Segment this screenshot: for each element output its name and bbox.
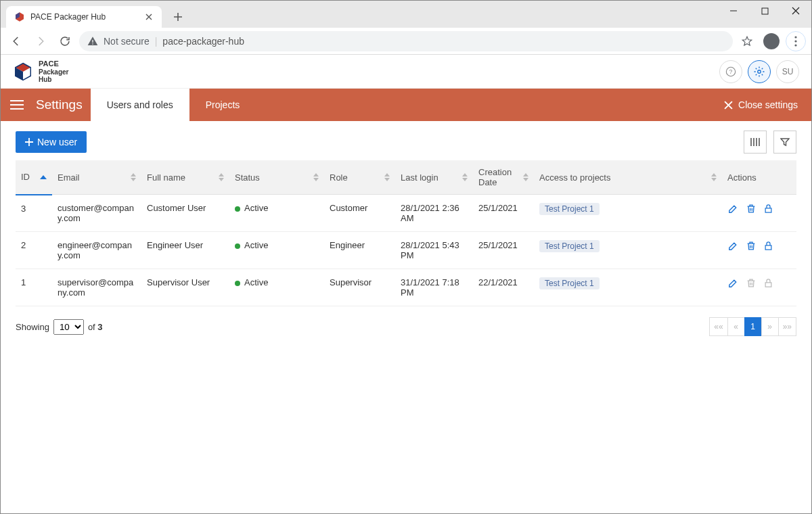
- brand-line3: Hub: [39, 76, 68, 83]
- edit-icon[interactable]: [727, 240, 739, 252]
- filter-icon[interactable]: [773, 131, 796, 154]
- trash-icon: [746, 277, 757, 289]
- project-chip[interactable]: Test Project 1: [539, 203, 600, 215]
- col-access[interactable]: Access to projects: [534, 160, 722, 195]
- hamburger-icon[interactable]: [1, 89, 33, 121]
- columns-icon[interactable]: [744, 131, 767, 154]
- bookmark-star-icon[interactable]: [737, 31, 757, 51]
- status-dot-icon: [235, 281, 240, 286]
- cell-full-name: Supervisor User: [141, 269, 229, 306]
- settings-gear-icon[interactable]: [748, 60, 771, 83]
- page-size-select[interactable]: 10: [53, 319, 84, 335]
- brand: PACE Packager Hub: [13, 60, 68, 83]
- svg-point-6: [758, 70, 761, 73]
- maximize-button[interactable]: [749, 1, 780, 21]
- browser-menu-icon[interactable]: [786, 31, 806, 51]
- page-last-button[interactable]: »»: [778, 317, 796, 336]
- cell-email: customer@company.com: [52, 195, 141, 232]
- col-actions: Actions: [722, 160, 796, 195]
- tab-projects[interactable]: Projects: [189, 89, 256, 121]
- page-first-button[interactable]: ««: [709, 317, 727, 336]
- tab-close-icon[interactable]: [144, 12, 154, 22]
- cell-creation-date: 25/1/2021: [473, 232, 534, 269]
- titlebar: PACE Packager Hub: [1, 1, 811, 28]
- svg-point-3: [794, 44, 796, 46]
- settings-bar: Settings Users and roles Projects Close …: [1, 89, 811, 121]
- settings-tabs: Users and roles Projects: [91, 89, 256, 121]
- sort-icon: [219, 173, 224, 181]
- table-row: 2engineer@company.comEngineer UserActive…: [16, 232, 796, 269]
- sort-icon: [384, 173, 390, 181]
- tab-users-and-roles[interactable]: Users and roles: [91, 89, 189, 121]
- page-current-button[interactable]: 1: [744, 317, 762, 336]
- user-initials: SU: [782, 67, 794, 76]
- cell-id: 2: [16, 232, 52, 269]
- lock-icon[interactable]: [763, 203, 773, 214]
- col-creation-date[interactable]: Creation Date: [473, 160, 534, 195]
- user-avatar[interactable]: SU: [776, 60, 799, 83]
- svg-point-1: [794, 36, 796, 38]
- total-count: 3: [97, 322, 102, 332]
- brand-line1: PACE: [39, 60, 68, 68]
- warning-icon: [87, 36, 98, 47]
- col-id[interactable]: ID: [16, 160, 52, 195]
- browser-tab[interactable]: PACE Packager Hub: [6, 6, 162, 28]
- cell-role: Engineer: [324, 232, 395, 269]
- lock-icon: [763, 277, 773, 289]
- url-text: pace-packager-hub: [162, 36, 244, 47]
- edit-icon[interactable]: [727, 203, 739, 214]
- cell-creation-date: 22/1/2021: [473, 269, 534, 306]
- help-icon[interactable]: ?: [719, 60, 742, 83]
- col-role[interactable]: Role: [324, 160, 395, 195]
- cell-actions: [722, 269, 796, 306]
- window-close-button[interactable]: [780, 1, 811, 21]
- toolbar-right: [744, 131, 796, 154]
- col-status[interactable]: Status: [229, 160, 324, 195]
- page-next-button[interactable]: »: [761, 317, 779, 336]
- cell-access: Test Project 1: [534, 232, 722, 269]
- trash-icon[interactable]: [746, 203, 757, 214]
- minimize-button[interactable]: [718, 1, 749, 21]
- project-chip[interactable]: Test Project 1: [539, 240, 600, 252]
- cell-creation-date: 25/1/2021: [473, 195, 534, 232]
- lock-icon[interactable]: [763, 240, 773, 252]
- table-row: 1supervisor@company.comSupervisor UserAc…: [16, 269, 796, 306]
- reload-button[interactable]: [55, 31, 75, 51]
- col-full-name[interactable]: Full name: [141, 160, 229, 195]
- project-chip[interactable]: Test Project 1: [539, 277, 600, 289]
- window-controls: [718, 1, 811, 21]
- trash-icon[interactable]: [746, 240, 757, 252]
- sort-icon: [313, 173, 319, 181]
- cell-last-login: 28/1/2021 5:43 PM: [395, 232, 473, 269]
- cell-access: Test Project 1: [534, 269, 722, 306]
- profile-avatar-icon[interactable]: [761, 31, 782, 51]
- col-email[interactable]: Email: [52, 160, 141, 195]
- page-title: Settings: [33, 89, 91, 121]
- page-prev-button[interactable]: «: [727, 317, 745, 336]
- cell-email: engineer@company.com: [52, 232, 141, 269]
- brand-text: PACE Packager Hub: [39, 60, 68, 83]
- url-box[interactable]: Not secure | pace-packager-hub: [79, 31, 733, 51]
- cell-role: Customer: [324, 195, 395, 232]
- window: PACE Packager Hub Not secure | pace-pack…: [0, 0, 812, 514]
- cell-full-name: Customer User: [141, 195, 229, 232]
- edit-icon[interactable]: [727, 277, 739, 289]
- content: New user ID Email Full name Status Role …: [1, 121, 811, 513]
- toolbar: New user: [16, 131, 796, 154]
- svg-rect-9: [765, 283, 771, 287]
- plus-icon: [25, 138, 33, 146]
- table-footer: Showing 10 of 3 «« « 1 » »»: [16, 317, 796, 336]
- svg-rect-8: [765, 246, 771, 250]
- brand-line2: Packager: [39, 68, 68, 76]
- new-tab-button[interactable]: [168, 7, 187, 26]
- close-settings-button[interactable]: Close settings: [710, 89, 811, 121]
- browser-tab-strip: PACE Packager Hub: [1, 1, 718, 28]
- back-button[interactable]: [6, 31, 26, 51]
- col-last-login[interactable]: Last login: [395, 160, 473, 195]
- table-row: 3customer@company.comCustomer UserActive…: [16, 195, 796, 232]
- pager: «« « 1 » »»: [710, 317, 796, 336]
- new-user-button[interactable]: New user: [16, 131, 87, 153]
- cube-icon: [14, 11, 25, 22]
- forward-button[interactable]: [30, 31, 51, 51]
- cell-actions: [722, 195, 796, 232]
